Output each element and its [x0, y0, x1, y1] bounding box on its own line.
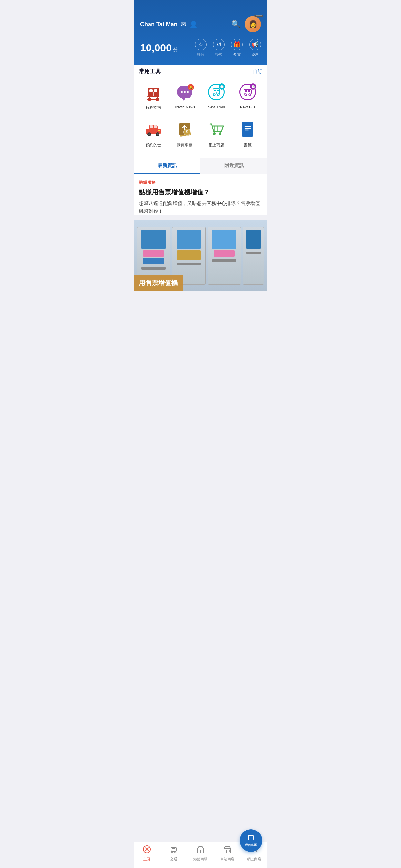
bus-clock-icon: 🕐	[250, 83, 256, 90]
next-train-label: Next Train	[207, 105, 225, 110]
ticket-purchase-icon: $	[177, 121, 193, 138]
reward-label: 獎賞	[234, 52, 241, 57]
profile-icon[interactable]: 👤	[189, 20, 197, 28]
news-description: 想幫八達通配飾增值，又唔想去客務中心排隊？售票增值機幫到你！	[139, 199, 262, 215]
traffic-label: Traffic News	[174, 105, 195, 110]
header: Chan Tai Man ✉ 👤 🔍 👩 10,000 分 ☆ 賺分	[134, 0, 267, 65]
action-earn[interactable]: ☆ 賺分	[195, 39, 207, 57]
svg-rect-1	[150, 89, 153, 92]
taxi-label: 預約的士	[146, 143, 161, 148]
machine-3	[208, 227, 241, 285]
chat-badge	[254, 14, 264, 17]
next-bus-icon: 🕐	[239, 84, 256, 100]
promo-icon: 📢	[249, 39, 261, 51]
ticket-icon-wrapper: $	[174, 119, 195, 140]
tool-taxi[interactable]: 預約的士	[139, 119, 168, 148]
svg-rect-2	[154, 89, 157, 92]
news-category: 港鐵服務	[139, 180, 262, 185]
tab-nearby-news[interactable]: 附近資訊	[201, 158, 267, 174]
svg-rect-24	[154, 125, 157, 128]
shopping-cart-icon	[208, 121, 225, 137]
redeem-icon: ↺	[213, 39, 225, 51]
tool-traffic[interactable]: 🔔 Traffic News	[171, 82, 199, 111]
news-image[interactable]: 用售票增值機	[134, 220, 267, 291]
svg-text:$: $	[186, 130, 188, 134]
header-bottom-row: 10,000 分 ☆ 賺分 ↺ 換領 🎁 獎賞 📢 優惠	[140, 39, 261, 57]
next-bus-icon-wrapper: 🕐	[237, 82, 258, 102]
action-reward[interactable]: 🎁 獎賞	[231, 39, 243, 57]
shop-label: 網上商店	[209, 143, 224, 148]
tools-header: 常用工具 自訂	[139, 68, 262, 75]
shop-icon-wrapper	[206, 119, 227, 140]
news-image-text: 用售票增值機	[139, 279, 178, 286]
news-tabs: 最新資訊 附近資訊	[134, 158, 267, 174]
traffic-bubble-icon: 🔔	[177, 86, 192, 98]
tool-bookmark[interactable]: 書籤	[234, 119, 263, 148]
next-bus-label: Next Bus	[240, 105, 256, 110]
tool-ticket[interactable]: $ 購買車票	[171, 119, 199, 148]
journey-icon-wrapper	[143, 82, 164, 102]
svg-rect-29	[158, 130, 160, 131]
header-actions: ☆ 賺分 ↺ 換領 🎁 獎賞 📢 優惠	[195, 39, 261, 57]
journey-label: 行程指南	[146, 105, 161, 111]
bookmark-label: 書籤	[244, 143, 251, 148]
next-train-icon: 🕐	[208, 84, 225, 100]
points-unit: 分	[173, 46, 178, 53]
svg-point-28	[157, 133, 158, 135]
next-train-icon-wrapper: 🕐	[206, 82, 227, 102]
news-title: 點樣用售票增值機增值？	[139, 188, 262, 196]
header-right: 🔍 👩	[232, 16, 261, 32]
taxi-icon-wrapper	[143, 119, 164, 140]
points-section: 10,000 分	[140, 42, 178, 54]
search-icon[interactable]: 🔍	[232, 20, 240, 28]
tools-title: 常用工具	[139, 68, 161, 75]
svg-rect-18	[245, 90, 247, 92]
tab-latest-news[interactable]: 最新資訊	[134, 158, 201, 174]
redeem-label: 換領	[215, 52, 222, 57]
tool-journey[interactable]: 行程指南	[139, 82, 168, 111]
svg-rect-23	[150, 125, 153, 128]
svg-point-38	[219, 132, 221, 135]
svg-point-37	[213, 132, 216, 135]
username-label: Chan Tai Man	[140, 21, 178, 28]
customize-button[interactable]: 自訂	[253, 69, 262, 74]
tools-section: 常用工具 自訂	[134, 61, 267, 158]
svg-rect-19	[248, 90, 250, 92]
tool-next-bus[interactable]: 🕐 Next Bus	[234, 82, 263, 111]
action-promo[interactable]: 📢 優惠	[249, 39, 261, 57]
header-top-row: Chan Tai Man ✉ 👤 🔍 👩	[140, 16, 261, 32]
tool-next-train[interactable]: 🕐 Next Train	[202, 82, 231, 111]
points-number: 10,000	[140, 42, 172, 54]
reward-icon: 🎁	[231, 39, 243, 51]
news-content: 港鐵服務 點樣用售票增值機增值？ 想幫八達通配飾增值，又唔想去客務中心排隊？售票…	[134, 174, 267, 215]
tools-grid-row2: 預約的士 $ 購買車票	[139, 119, 262, 148]
mail-icon[interactable]: ✉	[181, 20, 186, 28]
tools-divider	[139, 114, 262, 114]
taxi-icon	[145, 123, 162, 136]
news-image-overlay: 用售票增值機	[134, 275, 183, 291]
tools-grid-row1: 行程指南 🔔 Traffic News	[139, 82, 262, 111]
train-icon	[145, 83, 162, 101]
avatar-image: 👩	[245, 16, 261, 32]
svg-rect-12	[214, 90, 216, 91]
ticket-label: 購買車票	[177, 143, 192, 148]
machine-4	[243, 227, 264, 285]
clock-icon: 🕐	[219, 83, 225, 90]
notification-badge: 🔔	[188, 84, 194, 90]
earn-icon: ☆	[195, 39, 207, 51]
bookmark-icon-wrapper	[237, 119, 258, 140]
svg-point-26	[148, 133, 150, 135]
promo-label: 優惠	[251, 52, 258, 57]
svg-rect-4	[147, 96, 159, 97]
header-left: Chan Tai Man ✉ 👤	[140, 20, 197, 28]
action-redeem[interactable]: ↺ 換領	[213, 39, 225, 57]
tool-shop[interactable]: 網上商店	[202, 119, 231, 148]
avatar[interactable]: 👩	[245, 16, 261, 32]
earn-label: 賺分	[197, 52, 204, 57]
svg-rect-13	[217, 90, 219, 91]
bookmark-icon	[241, 121, 255, 138]
traffic-icon-wrapper: 🔔	[174, 82, 195, 102]
